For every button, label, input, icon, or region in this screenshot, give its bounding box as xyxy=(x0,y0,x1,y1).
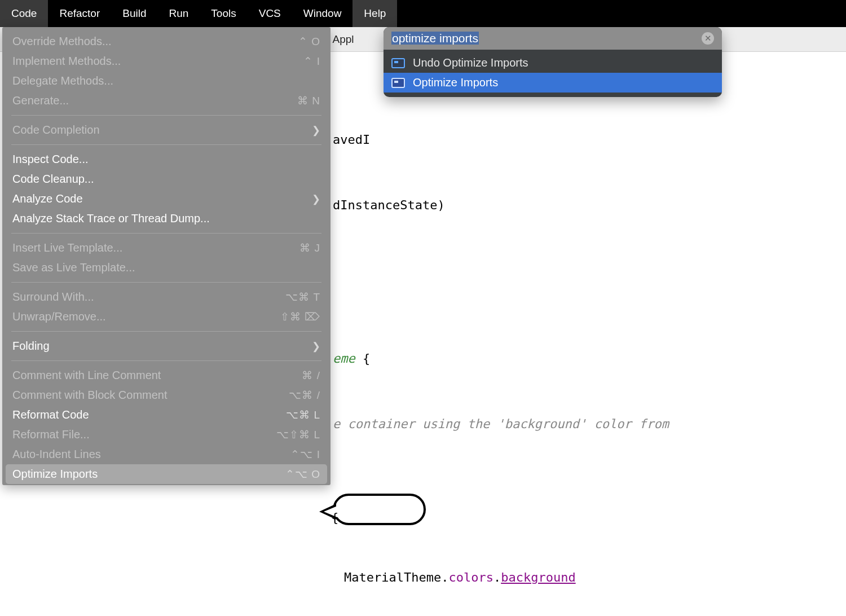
search-results: Undo Optimize Imports Optimize Imports xyxy=(384,50,722,97)
menu-item-insert-live-template[interactable]: Insert Live Template...⌘ J xyxy=(2,238,331,258)
menu-window[interactable]: Window xyxy=(292,0,353,27)
menu-item-optimize-imports[interactable]: Optimize Imports⌃⌥ O xyxy=(6,464,327,484)
menu-item-folding[interactable]: Folding❯ xyxy=(2,336,331,356)
action-icon xyxy=(391,78,405,88)
menu-item-analyze-code[interactable]: Analyze Code❯ xyxy=(2,189,331,209)
menu-tools[interactable]: Tools xyxy=(200,0,247,27)
menu-item-surround-with[interactable]: Surround With...⌥⌘ T xyxy=(2,287,331,307)
menu-help[interactable]: Help xyxy=(352,0,397,27)
menu-item-unwrap-remove[interactable]: Unwrap/Remove...⇧⌘ ⌦ xyxy=(2,307,331,327)
menu-item-auto-indent[interactable]: Auto-Indent Lines⌃⌥ I xyxy=(2,445,331,464)
menu-item-override-methods[interactable]: Override Methods...⌃ O xyxy=(2,32,331,51)
menu-separator xyxy=(11,233,321,234)
chevron-right-icon: ❯ xyxy=(312,124,320,137)
menu-item-save-live-template[interactable]: Save as Live Template... xyxy=(2,258,331,278)
menu-vcs[interactable]: VCS xyxy=(248,0,292,27)
menu-separator xyxy=(11,115,321,116)
code-dropdown-menu: Override Methods...⌃ O Implement Methods… xyxy=(2,27,331,485)
menu-item-reformat-file[interactable]: Reformat File...⌥⇧⌘ L xyxy=(2,425,331,445)
menu-item-code-completion[interactable]: Code Completion❯ xyxy=(2,120,331,140)
search-result-label: Undo Optimize Imports xyxy=(413,56,528,69)
search-result-label: Optimize Imports xyxy=(413,76,498,89)
search-result-optimize-imports[interactable]: Optimize Imports xyxy=(384,73,722,93)
code-brace: { xyxy=(331,511,338,525)
menubar: Code Refactor Build Run Tools VCS Window… xyxy=(0,0,846,27)
search-field[interactable]: optimize imports ✕ xyxy=(384,27,722,50)
search-result-undo-optimize-imports[interactable]: Undo Optimize Imports xyxy=(384,53,722,73)
menu-item-implement-methods[interactable]: Implement Methods...⌃ I xyxy=(2,51,331,71)
menu-refactor[interactable]: Refactor xyxy=(48,0,111,27)
menu-item-inspect-code[interactable]: Inspect Code... xyxy=(2,149,331,169)
menu-separator xyxy=(11,282,321,283)
chevron-right-icon: ❯ xyxy=(312,193,320,205)
menu-separator xyxy=(11,144,321,145)
menu-item-generate[interactable]: Generate...⌘ N xyxy=(2,91,331,111)
menu-item-comment-line[interactable]: Comment with Line Comment⌘ / xyxy=(2,366,331,385)
search-query-text[interactable]: optimize imports xyxy=(391,32,479,45)
search-everywhere-popup: optimize imports ✕ Undo Optimize Imports… xyxy=(384,27,722,97)
menu-code[interactable]: Code xyxy=(0,0,48,27)
menu-item-analyze-stack-trace[interactable]: Analyze Stack Trace or Thread Dump... xyxy=(2,209,331,228)
menu-separator xyxy=(11,360,321,361)
menu-item-comment-block[interactable]: Comment with Block Comment⌥⌘ / xyxy=(2,385,331,405)
chevron-right-icon: ❯ xyxy=(312,340,320,353)
menu-separator xyxy=(11,331,321,332)
callout-bubble xyxy=(333,494,426,525)
menu-run[interactable]: Run xyxy=(157,0,200,27)
menu-item-code-cleanup[interactable]: Code Cleanup... xyxy=(2,169,331,189)
clear-search-icon[interactable]: ✕ xyxy=(702,32,714,45)
menu-item-delegate-methods[interactable]: Delegate Methods... xyxy=(2,71,331,91)
menu-item-reformat-code[interactable]: Reformat Code⌥⌘ L xyxy=(2,405,331,425)
menu-build[interactable]: Build xyxy=(111,0,157,27)
action-icon xyxy=(391,58,405,68)
